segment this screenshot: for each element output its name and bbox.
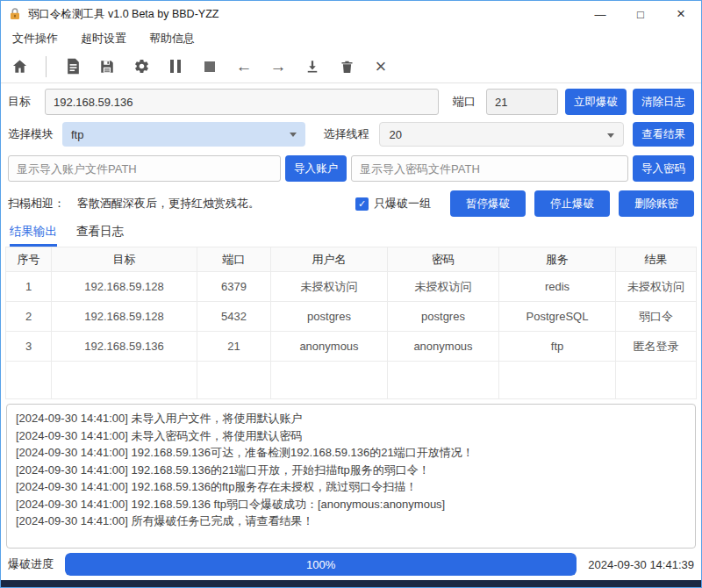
- table-header-cell: 序号: [6, 247, 52, 271]
- app-window: 弱口令检测工具 v1.0 Beta by BBD-YZZ — □ × 文件操作 …: [0, 0, 702, 588]
- table-cell: postgres: [271, 302, 388, 331]
- settings-icon[interactable]: [132, 57, 151, 76]
- window-title: 弱口令检测工具 v1.0 Beta by BBD-YZZ: [28, 7, 218, 22]
- status-timestamp: 2024-09-30 14:41:39: [588, 558, 694, 571]
- target-label: 目标: [8, 94, 31, 110]
- pause-attack-button[interactable]: 暂停爆破: [450, 190, 526, 217]
- minimize-button[interactable]: —: [580, 1, 620, 27]
- table-cell: 192.168.59.128: [52, 302, 197, 331]
- close-x-icon[interactable]: ×: [371, 57, 390, 76]
- table-cell: PostgreSQL: [499, 302, 616, 331]
- delete-credentials-button[interactable]: 删除账密: [619, 190, 694, 217]
- view-results-button[interactable]: 查看结果: [633, 122, 694, 147]
- table-cell: 未授权访问: [271, 272, 388, 301]
- table-filler-cell: [6, 362, 52, 398]
- toolbar-separator: [46, 56, 47, 77]
- threads-select[interactable]: 20: [379, 122, 624, 147]
- table-header-cell: 用户名: [271, 247, 388, 271]
- titlebar: 弱口令检测工具 v1.0 Beta by BBD-YZZ — □ ×: [1, 1, 701, 27]
- table-filler-cell: [271, 362, 388, 398]
- log-line: [2024-09-30 14:41:00] 192.168.59.136可达，准…: [16, 444, 686, 462]
- new-file-icon[interactable]: [63, 57, 82, 76]
- module-select[interactable]: ftp: [62, 122, 305, 147]
- table-cell: 6379: [197, 272, 271, 301]
- statusbar: 爆破进度 100% 2024-09-30 14:41:39: [1, 549, 701, 580]
- target-row: 目标 端口 立即爆破 清除日志: [1, 89, 701, 115]
- menu-file-operations[interactable]: 文件操作: [12, 31, 58, 47]
- log-line: [2024-09-30 14:41:00] 未导入用户文件，将使用默认账户: [16, 410, 686, 427]
- toolbar: ← → ×: [1, 50, 701, 83]
- chevron-down-icon: [607, 133, 614, 138]
- table-cell: postgres: [388, 302, 499, 331]
- module-label: 选择模块: [8, 126, 54, 142]
- table-cell: 匿名登录: [616, 332, 696, 361]
- table-filler-cell: [52, 362, 197, 398]
- single-group-checkbox[interactable]: ✓: [355, 197, 369, 211]
- log-line: [2024-09-30 14:41:00] 192.168.59.136的21端…: [16, 462, 686, 479]
- table-header-cell: 密码: [388, 247, 499, 271]
- tab-view-log[interactable]: 查看日志: [76, 224, 124, 247]
- table-filler-cell: [197, 362, 271, 398]
- single-group-checkbox-label: 只爆破一组: [374, 196, 431, 212]
- table-cell: ftp: [499, 332, 616, 361]
- module-row: 选择模块 ftp 选择线程 20 查看结果: [1, 122, 701, 147]
- port-input[interactable]: [486, 89, 558, 115]
- greeting-text: 客散酒醒深夜后，更持红烛赏残花。: [77, 196, 260, 212]
- table-cell: anonymous: [388, 332, 499, 361]
- progress-fill: 100%: [65, 553, 577, 576]
- log-line: [2024-09-30 14:41:00] 未导入密码文件，将使用默认密码: [16, 427, 686, 445]
- menu-timeout-settings[interactable]: 超时设置: [81, 31, 126, 47]
- import-pass-button[interactable]: 导入密码: [633, 155, 694, 182]
- result-tabs: 结果输出 查看日志: [1, 224, 701, 247]
- user-file-path-input[interactable]: [8, 155, 281, 182]
- table-cell: redis: [499, 272, 616, 301]
- pause-icon[interactable]: [166, 57, 185, 76]
- table-header-cell: 端口: [197, 247, 271, 271]
- table-cell: 5432: [197, 302, 271, 331]
- import-row: 导入账户 导入密码: [1, 155, 701, 182]
- table-cell: 弱口令: [616, 302, 696, 331]
- log-line: [2024-09-30 14:41:00] 所有爆破任务已完成，请查看结果！: [16, 513, 686, 530]
- home-icon[interactable]: [10, 57, 29, 76]
- table-body: 1192.168.59.1286379未授权访问未授权访问redis未授权访问2…: [6, 272, 696, 362]
- threads-label: 选择线程: [323, 126, 369, 142]
- download-icon[interactable]: [303, 57, 322, 76]
- close-button[interactable]: ×: [661, 1, 701, 27]
- menubar: 文件操作 超时设置 帮助信息: [1, 27, 701, 50]
- table-row[interactable]: 2192.168.59.1285432postgrespostgresPostg…: [6, 302, 696, 332]
- table-filler-cell: [499, 362, 616, 398]
- maximize-button[interactable]: □: [620, 1, 661, 27]
- menu-help-info[interactable]: 帮助信息: [149, 31, 195, 47]
- progress-label: 爆破进度: [8, 556, 54, 572]
- log-line: [2024-09-30 14:41:00] 192.168.59.136 ftp…: [16, 496, 686, 513]
- trash-icon[interactable]: [337, 57, 356, 76]
- taskbar-edge-strip: [1, 580, 701, 587]
- table-header-cell: 目标: [52, 247, 197, 271]
- target-input[interactable]: [45, 89, 439, 115]
- save-icon[interactable]: [97, 57, 117, 76]
- table-cell: 192.168.59.128: [52, 272, 197, 301]
- table-filler-cell: [616, 362, 696, 398]
- forward-arrow-icon[interactable]: →: [269, 57, 288, 76]
- stop-attack-button[interactable]: 停止爆破: [534, 190, 610, 217]
- table-cell: 未授权访问: [388, 272, 499, 301]
- table-cell: 3: [6, 332, 52, 361]
- table-cell: 2: [6, 302, 52, 331]
- log-output: [2024-09-30 14:41:00] 未导入用户文件，将使用默认账户[20…: [6, 404, 696, 549]
- import-users-button[interactable]: 导入账户: [285, 155, 347, 182]
- table-cell: anonymous: [271, 332, 388, 361]
- table-row[interactable]: 3192.168.59.13621anonymousanonymousftp匿名…: [6, 332, 696, 362]
- tab-result-output[interactable]: 结果输出: [10, 224, 57, 247]
- clear-log-button[interactable]: 清除日志: [633, 89, 694, 115]
- log-line: [2024-09-30 14:41:00] 192.168.59.136的ftp…: [16, 478, 686, 496]
- back-arrow-icon[interactable]: ←: [234, 57, 254, 76]
- stop-icon[interactable]: [200, 57, 219, 76]
- start-attack-button[interactable]: 立即爆破: [565, 89, 627, 115]
- table-header-row: 序号目标端口用户名密码服务结果: [6, 247, 696, 272]
- threads-select-value: 20: [389, 128, 401, 141]
- table-cell: 未授权访问: [616, 272, 696, 301]
- greeting-label: 扫榻相迎：: [8, 196, 65, 212]
- pass-file-path-input[interactable]: [351, 155, 628, 182]
- table-row[interactable]: 1192.168.59.1286379未授权访问未授权访问redis未授权访问: [6, 272, 696, 302]
- table-header-cell: 服务: [499, 247, 616, 271]
